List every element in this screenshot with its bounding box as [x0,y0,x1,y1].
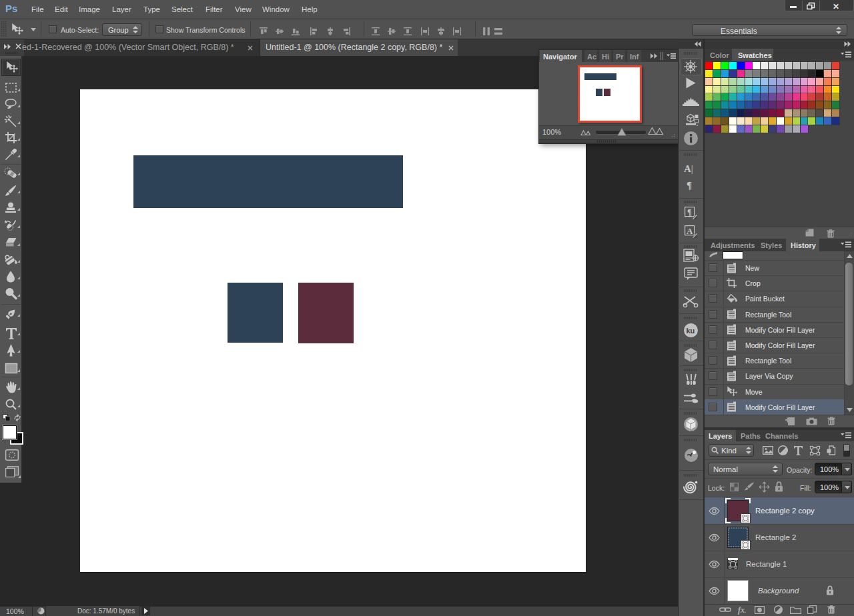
svg-text:ku: ku [687,327,695,335]
svg-text:A: A [687,226,693,236]
svg-text:¶: ¶ [687,207,691,217]
